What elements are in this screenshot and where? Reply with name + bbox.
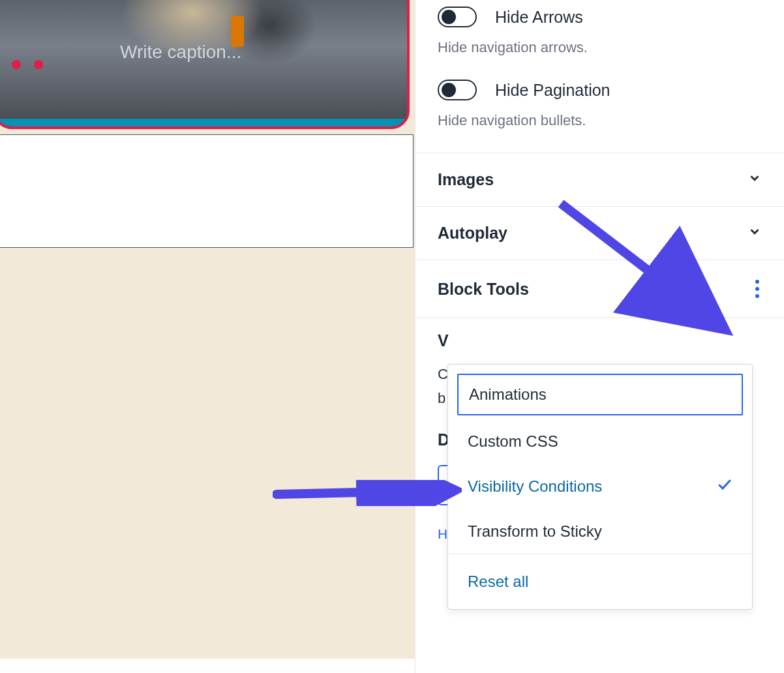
panel-title: Autoplay — [438, 224, 507, 243]
dropdown-item-transform-sticky[interactable]: Transform to Sticky — [448, 509, 752, 554]
check-icon — [717, 477, 732, 496]
dropdown-item-label: Custom CSS — [468, 432, 558, 451]
image-carousel-block[interactable]: Write caption... — [0, 0, 410, 129]
setting-description: Hide navigation arrows. — [438, 39, 762, 56]
svg-line-0 — [561, 203, 719, 325]
editor-canvas: Write caption... — [0, 0, 415, 659]
toggle-label: Hide Arrows — [495, 8, 583, 27]
kebab-menu-icon[interactable] — [753, 277, 762, 301]
chevron-down-icon — [747, 224, 762, 243]
toggle-knob — [442, 10, 456, 24]
dropdown-item-reset-all[interactable]: Reset all — [448, 554, 752, 609]
pagination-dot[interactable] — [34, 60, 43, 69]
setting-description: Hide navigation bullets. — [438, 112, 762, 129]
dropdown-item-label: Reset all — [468, 573, 528, 591]
setting-hide-pagination: Hide Pagination Hide navigation bullets. — [415, 80, 784, 153]
annotation-arrow-2 — [273, 480, 462, 506]
setting-hide-arrows: Hide Arrows Hide navigation arrows. — [415, 0, 784, 80]
dropdown-item-label: Visibility Conditions — [468, 477, 602, 496]
block-tools-dropdown: Animations Custom CSS Visibility Conditi… — [447, 364, 753, 610]
dropdown-item-animations[interactable]: Animations — [457, 374, 743, 415]
carousel-pagination — [12, 60, 43, 69]
svg-line-1 — [277, 490, 447, 494]
toggle-knob — [442, 83, 456, 97]
chevron-down-icon — [747, 170, 762, 189]
toggle-hide-pagination[interactable] — [438, 80, 477, 100]
pagination-dot[interactable] — [12, 60, 21, 69]
toggle-hide-arrows[interactable] — [438, 7, 477, 27]
caption-placeholder[interactable]: Write caption... — [120, 42, 241, 63]
annotation-arrow-1 — [554, 197, 737, 347]
panel-title: Block Tools — [438, 280, 529, 299]
panel-title: Images — [438, 170, 494, 189]
toggle-label: Hide Pagination — [495, 81, 611, 100]
empty-paragraph-block[interactable] — [0, 134, 414, 248]
dropdown-item-visibility-conditions[interactable]: Visibility Conditions — [448, 464, 752, 509]
dropdown-item-label: Transform to Sticky — [468, 522, 602, 541]
dropdown-item-custom-css[interactable]: Custom CSS — [448, 419, 752, 464]
dropdown-item-label: Animations — [469, 385, 547, 404]
